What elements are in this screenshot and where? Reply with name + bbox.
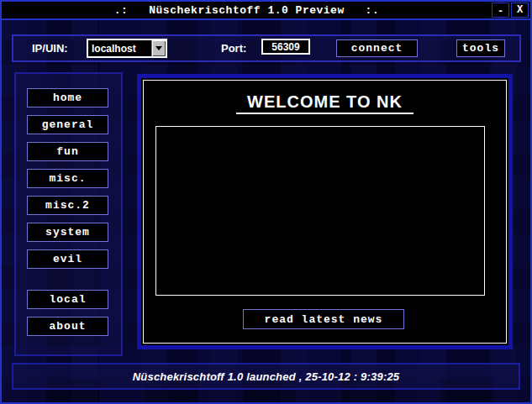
chevron-down-icon [155,46,162,50]
sidebar-item-system[interactable]: system [27,223,108,242]
welcome-heading: WELCOME TO NK [141,92,508,114]
tools-button[interactable]: tools [456,39,505,57]
sidebar-item-about[interactable]: about [27,317,108,336]
ip-uin-label: IP/UIN: [32,42,68,55]
connect-button[interactable]: connect [336,39,418,57]
status-text: Nüschekrischtoff 1.0 launched , 25-10-12… [133,370,400,383]
sidebar-item-general[interactable]: general [27,115,108,134]
sidebar-item-fun[interactable]: fun [27,142,108,161]
app-window: .: Nüschekrischtoff 1.0 Preview :. - X I… [0,0,532,404]
sidebar-item-misc2[interactable]: misc.2 [27,196,108,215]
port-label: Port: [221,42,246,55]
connection-panel: IP/UIN: localhost Port: connect tools [12,34,521,62]
sidebar-item-misc[interactable]: misc. [27,169,108,188]
minimize-icon: - [498,6,503,18]
close-button[interactable]: X [511,3,529,18]
ip-combobox-value: localhost [88,43,151,55]
close-icon: X [517,4,523,16]
welcome-heading-text: WELCOME TO NK [236,92,413,114]
sidebar-item-evil[interactable]: evil [27,249,108,269]
ip-combobox[interactable]: localhost [87,39,167,58]
read-latest-news-button[interactable]: read latest news [243,309,404,329]
news-box [155,126,485,296]
sidebar-item-local[interactable]: local [27,290,108,309]
title-bar: .: Nüschekrischtoff 1.0 Preview :. - X [2,2,530,20]
dropdown-arrow-button[interactable] [151,40,166,56]
minimize-button[interactable]: - [492,3,509,18]
sidebar: home general fun misc. misc.2 system evi… [14,72,123,356]
sidebar-item-home[interactable]: home [27,88,108,108]
main-panel: WELCOME TO NK read latest news [137,74,513,349]
port-input[interactable] [261,39,310,55]
window-title: .: Nüschekrischtoff 1.0 Preview :. [2,4,492,17]
status-bar: Nüschekrischtoff 1.0 launched , 25-10-12… [12,363,520,390]
